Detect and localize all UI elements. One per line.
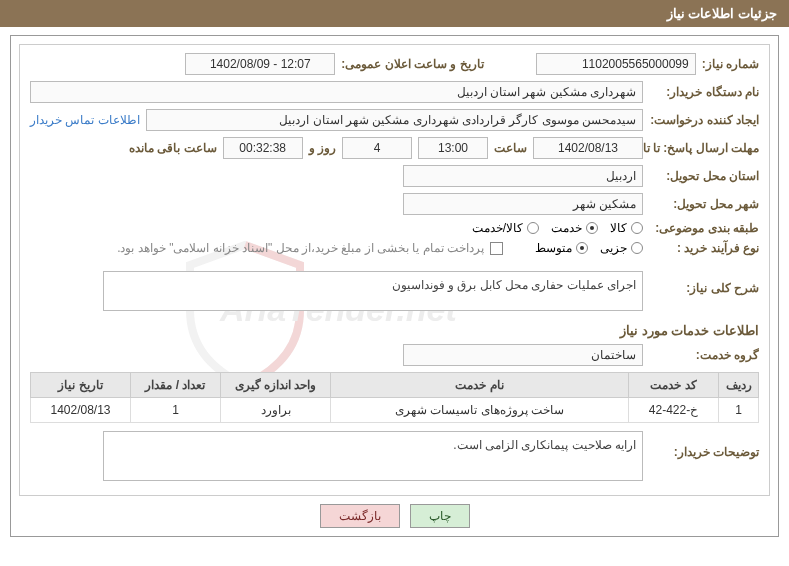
td-service-name: ساخت پروژه‌های تاسیسات شهری <box>331 398 629 423</box>
days-remaining-value: 4 <box>342 137 412 159</box>
subject-class-radio-group: کالا خدمت کالا/خدمت <box>472 221 643 235</box>
radio-service-label: خدمت <box>551 221 582 235</box>
radio-medium-circle <box>576 242 588 254</box>
deadline-date-value: 1402/08/13 <box>533 137 643 159</box>
td-need-date: 1402/08/13 <box>31 398 131 423</box>
deadline-time-value: 13:00 <box>418 137 488 159</box>
time-remaining-suffix: ساعت باقی مانده <box>129 141 217 155</box>
buyer-org-value: شهرداری مشکین شهر استان اردبیل <box>30 81 643 103</box>
back-button[interactable]: بازگشت <box>320 504 400 528</box>
treasury-checkbox[interactable] <box>490 242 503 255</box>
radio-goods-circle <box>631 222 643 234</box>
radio-goods-service-label: کالا/خدمت <box>472 221 523 235</box>
th-service-code: کد خدمت <box>629 373 719 398</box>
page-title: جزئیات اطلاعات نیاز <box>667 6 777 21</box>
purchase-type-label: نوع فرآیند خرید : <box>649 241 759 255</box>
inner-frame: شماره نیاز: 1102005565000099 تاریخ و ساع… <box>19 44 770 496</box>
delivery-province-label: استان محل تحویل: <box>649 169 759 183</box>
delivery-city-value: مشکین شهر <box>403 193 643 215</box>
days-conj: روز و <box>309 141 336 155</box>
delivery-city-label: شهر محل تحویل: <box>649 197 759 211</box>
subject-class-label: طبقه بندی موضوعی: <box>649 221 759 235</box>
radio-service[interactable]: خدمت <box>551 221 598 235</box>
announce-datetime-value: 1402/08/09 - 12:07 <box>185 53 335 75</box>
radio-service-circle <box>586 222 598 234</box>
announce-datetime-label: تاریخ و ساعت اعلان عمومی: <box>341 57 483 71</box>
radio-goods-label: کالا <box>610 221 627 235</box>
th-unit: واحد اندازه گیری <box>221 373 331 398</box>
buyer-notes-label: توضیحات خریدار: <box>649 431 759 459</box>
general-desc-label: شرح کلی نیاز: <box>649 271 759 295</box>
radio-minor-label: جزیی <box>600 241 627 255</box>
button-row: چاپ بازگشت <box>19 504 770 528</box>
purchase-type-radio-group: جزیی متوسط <box>535 241 643 255</box>
service-group-label: گروه خدمت: <box>649 348 759 362</box>
radio-medium[interactable]: متوسط <box>535 241 588 255</box>
radio-goods-service[interactable]: کالا/خدمت <box>472 221 539 235</box>
radio-minor[interactable]: جزیی <box>600 241 643 255</box>
services-table: ردیف کد خدمت نام خدمت واحد اندازه گیری ت… <box>30 372 759 423</box>
need-number-label: شماره نیاز: <box>702 57 759 71</box>
buyer-org-label: نام دستگاه خریدار: <box>649 85 759 99</box>
th-qty: تعداد / مقدار <box>131 373 221 398</box>
buyer-contact-link[interactable]: اطلاعات تماس خریدار <box>30 113 140 127</box>
td-unit: براورد <box>221 398 331 423</box>
time-remaining-value: 00:32:38 <box>223 137 303 159</box>
td-qty: 1 <box>131 398 221 423</box>
th-need-date: تاریخ نیاز <box>31 373 131 398</box>
td-row: 1 <box>719 398 759 423</box>
services-info-label: اطلاعات خدمات مورد نیاز <box>30 323 759 338</box>
table-row: 1 خ-422-42 ساخت پروژه‌های تاسیسات شهری ب… <box>31 398 759 423</box>
general-desc-value: اجرای عملیات حفاری محل کابل برق و فونداس… <box>103 271 643 311</box>
service-group-value: ساختمان <box>403 344 643 366</box>
radio-medium-label: متوسط <box>535 241 572 255</box>
radio-goods[interactable]: کالا <box>610 221 643 235</box>
buyer-notes-value: ارایه صلاحیت پیمانکاری الزامی است. <box>103 431 643 481</box>
page-title-bar: جزئیات اطلاعات نیاز <box>0 0 789 27</box>
td-service-code: خ-422-42 <box>629 398 719 423</box>
radio-minor-circle <box>631 242 643 254</box>
th-service-name: نام خدمت <box>331 373 629 398</box>
delivery-province-value: اردبیل <box>403 165 643 187</box>
radio-goods-service-circle <box>527 222 539 234</box>
print-button[interactable]: چاپ <box>410 504 470 528</box>
need-number-value: 1102005565000099 <box>536 53 696 75</box>
requester-label: ایجاد کننده درخواست: <box>649 113 759 127</box>
deadline-label: مهلت ارسال پاسخ: تا تاریخ: <box>649 141 759 155</box>
payment-note: پرداخت تمام یا بخشی از مبلغ خرید،از محل … <box>117 241 484 255</box>
time-label: ساعت <box>494 141 527 155</box>
requester-value: سیدمحسن موسوی کارگر قراردادی شهرداری مشک… <box>146 109 643 131</box>
outer-frame: شماره نیاز: 1102005565000099 تاریخ و ساع… <box>10 35 779 537</box>
th-row: ردیف <box>719 373 759 398</box>
